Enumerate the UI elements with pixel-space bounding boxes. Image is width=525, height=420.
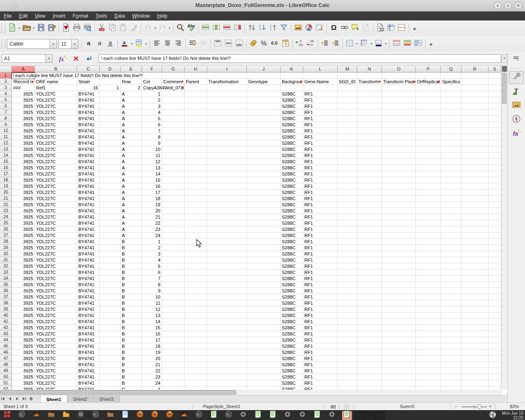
cell[interactable] xyxy=(488,331,501,337)
cell[interactable] xyxy=(303,73,338,79)
taskbar-item-app-launcher[interactable] xyxy=(2,411,12,420)
cell[interactable] xyxy=(100,245,121,251)
row-header-48[interactable]: 48 xyxy=(0,362,12,368)
cell[interactable] xyxy=(247,122,281,128)
cell[interactable]: 3925 xyxy=(12,306,35,313)
cell[interactable]: S288C xyxy=(281,306,303,313)
cell[interactable] xyxy=(207,306,247,313)
font-size-combo[interactable]: 11▼ xyxy=(59,39,78,49)
cell[interactable] xyxy=(357,220,382,226)
row-header-12[interactable]: 12 xyxy=(0,140,12,146)
cell[interactable]: A xyxy=(121,153,142,159)
font-name-combo[interactable]: Calibri▼ xyxy=(7,39,57,49)
cell[interactable] xyxy=(488,153,501,159)
cell[interactable]: YDL227C xyxy=(35,110,77,116)
cell[interactable]: YDL227C xyxy=(35,103,77,110)
cell[interactable]: YDL227C xyxy=(35,97,77,103)
cell[interactable]: B xyxy=(121,356,142,362)
cell[interactable]: 9 xyxy=(142,140,162,146)
cell[interactable] xyxy=(357,97,382,103)
last-sheet-button[interactable] xyxy=(21,395,28,403)
cell[interactable] xyxy=(162,153,185,159)
cell[interactable]: 3925 xyxy=(12,97,35,103)
taskbar-item-terminal[interactable]: >_ xyxy=(91,411,101,420)
column-header-E[interactable]: E xyxy=(121,66,142,73)
cell[interactable] xyxy=(357,171,382,177)
cell[interactable] xyxy=(382,257,416,263)
row-header-25[interactable]: 25 xyxy=(0,220,12,226)
bold-button[interactable]: a xyxy=(84,39,94,49)
cell[interactable] xyxy=(162,73,185,79)
cell[interactable] xyxy=(357,386,382,390)
cell[interactable] xyxy=(382,356,416,362)
cell[interactable] xyxy=(441,183,461,189)
cell[interactable] xyxy=(338,165,357,171)
cell[interactable]: RF1 xyxy=(303,128,338,134)
cell[interactable] xyxy=(162,116,185,122)
cell[interactable] xyxy=(382,269,416,276)
cell[interactable]: S288C xyxy=(281,386,303,390)
cell[interactable] xyxy=(461,226,488,233)
row-header-20[interactable]: 20 xyxy=(0,189,12,196)
cell[interactable]: RF1 xyxy=(303,165,338,171)
cell[interactable]: S288C xyxy=(281,140,303,146)
cell[interactable] xyxy=(185,214,207,220)
cell[interactable] xyxy=(441,331,461,337)
cell[interactable] xyxy=(416,380,441,386)
cell[interactable]: BY4741 xyxy=(77,134,100,140)
cell[interactable]: YDL227C xyxy=(35,146,77,153)
cell[interactable]: BY4741 xyxy=(77,257,100,263)
cell[interactable] xyxy=(162,171,185,177)
cell[interactable] xyxy=(185,313,207,319)
cell[interactable]: B xyxy=(121,362,142,368)
cell[interactable] xyxy=(162,269,185,276)
cell[interactable] xyxy=(357,183,382,189)
horizontal-scrollbar[interactable] xyxy=(0,390,501,395)
cell[interactable] xyxy=(247,110,281,116)
cell[interactable] xyxy=(382,325,416,331)
row-header-9[interactable]: 9 xyxy=(0,122,12,128)
cell[interactable]: A xyxy=(121,208,142,214)
cell[interactable] xyxy=(247,196,281,202)
cell[interactable]: A xyxy=(121,183,142,189)
cell[interactable]: A xyxy=(121,177,142,183)
row-header-2[interactable]: 2 xyxy=(0,79,12,85)
cell[interactable]: Genotype xyxy=(247,79,281,85)
row-header-42[interactable]: 42 xyxy=(0,325,12,331)
cell[interactable]: 3925 xyxy=(12,294,35,300)
cell[interactable] xyxy=(100,122,121,128)
cell[interactable]: 3925 xyxy=(12,269,35,276)
undo-dropdown[interactable]: ▼ xyxy=(153,23,157,34)
cell[interactable]: S288C xyxy=(281,300,303,306)
cell[interactable] xyxy=(357,263,382,269)
row-header-14[interactable]: 14 xyxy=(0,153,12,159)
cell[interactable] xyxy=(185,189,207,196)
cell[interactable] xyxy=(441,306,461,313)
spelling-button[interactable]: Abc xyxy=(186,23,196,34)
row-header-34[interactable]: 34 xyxy=(0,276,12,282)
font-color-dropdown[interactable]: ▼ xyxy=(130,39,134,49)
row-header-37[interactable]: 37 xyxy=(0,294,12,300)
cell[interactable] xyxy=(185,257,207,263)
cell[interactable] xyxy=(100,208,121,214)
cell[interactable]: YDL227C xyxy=(35,374,77,380)
cell[interactable] xyxy=(207,337,247,343)
cell[interactable] xyxy=(441,226,461,233)
select-all-corner[interactable] xyxy=(0,66,12,73)
cell[interactable] xyxy=(441,239,461,245)
column-header-Q[interactable]: Q xyxy=(441,66,461,73)
cell[interactable] xyxy=(488,325,501,331)
accept-button[interactable]: ↵ xyxy=(84,54,95,64)
cell[interactable] xyxy=(382,134,416,140)
cell[interactable] xyxy=(338,239,357,245)
cell[interactable] xyxy=(338,337,357,343)
cell[interactable] xyxy=(441,159,461,165)
cell[interactable] xyxy=(185,220,207,226)
cell[interactable]: Col xyxy=(142,79,162,85)
cell[interactable] xyxy=(100,325,121,331)
cell[interactable] xyxy=(357,226,382,233)
row-header-32[interactable]: 32 xyxy=(0,263,12,269)
cell[interactable]: YDL227C xyxy=(35,128,77,134)
cell[interactable] xyxy=(382,313,416,319)
cell[interactable]: YDL227C xyxy=(35,288,77,294)
